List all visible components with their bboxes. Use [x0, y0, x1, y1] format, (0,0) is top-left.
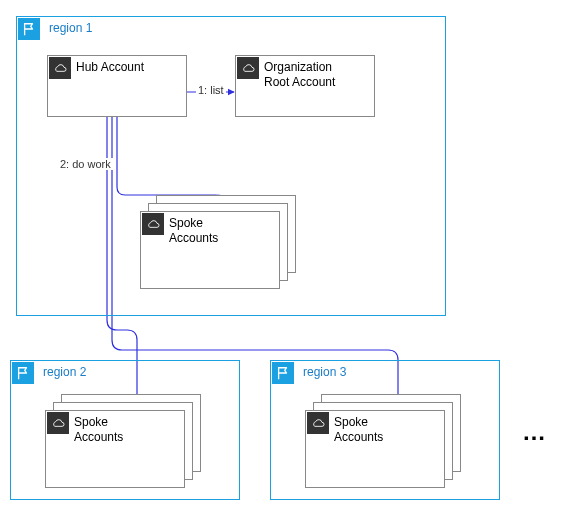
spoke-accounts-r3: Spoke Accounts	[305, 410, 445, 488]
org-root-account-label: Organization Root Account	[264, 60, 370, 90]
spoke-accounts-r2-label: Spoke Accounts	[74, 415, 180, 445]
region-3-label: region 3	[303, 365, 346, 379]
flag-icon	[18, 18, 40, 40]
spoke-accounts-r1-label: Spoke Accounts	[169, 216, 275, 246]
spoke-accounts-stack-r2: Spoke Accounts	[45, 394, 205, 489]
diagram-canvas: region 1 Hub Account Organization Root A…	[0, 0, 581, 511]
spoke-accounts-r1: Spoke Accounts	[140, 211, 280, 289]
org-root-account: Organization Root Account	[235, 55, 375, 117]
edge-1-label: 1: list	[196, 84, 226, 96]
ellipsis-icon: …	[522, 418, 550, 446]
spoke-accounts-stack-r1: Spoke Accounts	[140, 195, 300, 290]
spoke-accounts-r3-label: Spoke Accounts	[334, 415, 440, 445]
cloud-icon	[49, 57, 71, 79]
region-1-label: region 1	[49, 21, 92, 35]
spoke-accounts-stack-r3: Spoke Accounts	[305, 394, 465, 489]
hub-account-label: Hub Account	[76, 60, 182, 75]
flag-icon	[272, 362, 294, 384]
cloud-icon	[307, 412, 329, 434]
cloud-icon	[47, 412, 69, 434]
spoke-accounts-r2: Spoke Accounts	[45, 410, 185, 488]
edge-2-label: 2: do work	[58, 158, 113, 170]
cloud-icon	[142, 213, 164, 235]
hub-account: Hub Account	[47, 55, 187, 117]
cloud-icon	[237, 57, 259, 79]
region-2-label: region 2	[43, 365, 86, 379]
flag-icon	[12, 362, 34, 384]
